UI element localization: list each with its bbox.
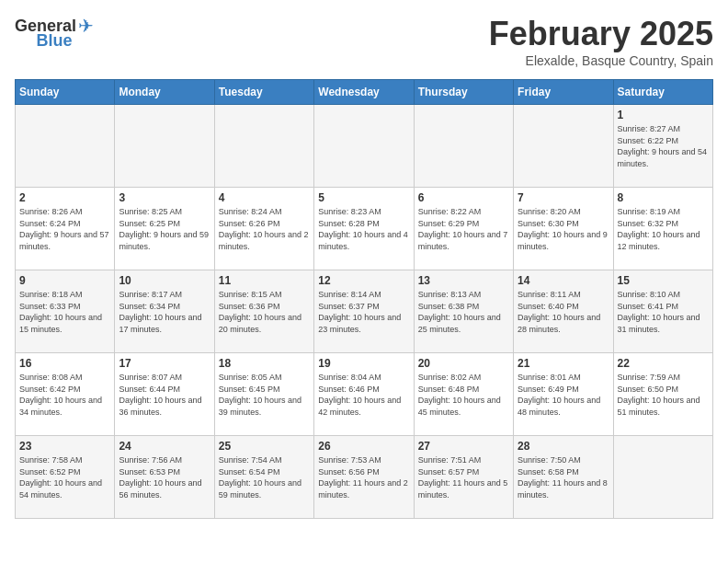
calendar-day-cell: 10Sunrise: 8:17 AM Sunset: 6:34 PM Dayli… [115,270,214,353]
calendar-day-cell [613,436,712,519]
day-content: Sunrise: 7:53 AM Sunset: 6:56 PM Dayligh… [318,454,409,500]
calendar-header-day: Tuesday [214,80,313,105]
day-content: Sunrise: 8:25 AM Sunset: 6:25 PM Dayligh… [119,206,210,252]
calendar-day-cell: 8Sunrise: 8:19 AM Sunset: 6:32 PM Daylig… [613,188,712,270]
calendar-day-cell [314,105,414,188]
day-content: Sunrise: 7:54 AM Sunset: 6:54 PM Dayligh… [219,454,310,500]
calendar-day-cell: 17Sunrise: 8:07 AM Sunset: 6:44 PM Dayli… [115,353,214,436]
calendar-header-day: Wednesday [314,80,414,105]
calendar-day-cell: 19Sunrise: 8:04 AM Sunset: 6:46 PM Dayli… [314,353,414,436]
day-number: 2 [19,191,110,204]
calendar-day-cell: 24Sunrise: 7:56 AM Sunset: 6:53 PM Dayli… [115,436,214,519]
day-number: 21 [518,357,609,370]
calendar-day-cell [514,105,613,188]
day-number: 25 [219,440,310,453]
day-number: 8 [618,191,709,204]
day-content: Sunrise: 8:19 AM Sunset: 6:32 PM Dayligh… [618,206,709,252]
day-content: Sunrise: 8:04 AM Sunset: 6:46 PM Dayligh… [318,372,409,418]
day-content: Sunrise: 8:24 AM Sunset: 6:26 PM Dayligh… [219,206,310,252]
day-number: 1 [618,109,709,121]
day-number: 14 [518,274,609,287]
calendar-day-cell: 26Sunrise: 7:53 AM Sunset: 6:56 PM Dayli… [314,436,414,519]
calendar-day-cell: 1Sunrise: 8:27 AM Sunset: 6:22 PM Daylig… [613,105,712,188]
day-number: 5 [318,191,409,204]
logo-bird-icon: ✈ [78,15,94,37]
calendar-day-cell: 12Sunrise: 8:14 AM Sunset: 6:37 PM Dayli… [314,270,414,353]
day-content: Sunrise: 8:27 AM Sunset: 6:22 PM Dayligh… [618,123,709,169]
day-number: 7 [518,191,609,204]
calendar-day-cell: 14Sunrise: 8:11 AM Sunset: 6:40 PM Dayli… [514,270,613,353]
day-content: Sunrise: 7:56 AM Sunset: 6:53 PM Dayligh… [119,454,210,500]
calendar-header-day: Monday [115,80,214,105]
calendar-day-cell: 20Sunrise: 8:02 AM Sunset: 6:48 PM Dayli… [414,353,513,436]
day-content: Sunrise: 7:51 AM Sunset: 6:57 PM Dayligh… [418,454,509,500]
day-number: 19 [318,357,409,370]
calendar-header-day: Friday [514,80,613,105]
day-number: 3 [119,191,210,204]
month-title: February 2025 [489,15,713,53]
calendar-day-cell: 27Sunrise: 7:51 AM Sunset: 6:57 PM Dayli… [414,436,513,519]
calendar-week-row: 23Sunrise: 7:58 AM Sunset: 6:52 PM Dayli… [16,436,713,519]
day-content: Sunrise: 8:05 AM Sunset: 6:45 PM Dayligh… [219,372,310,418]
calendar-day-cell: 2Sunrise: 8:26 AM Sunset: 6:24 PM Daylig… [16,188,115,270]
day-number: 28 [518,440,609,453]
day-number: 6 [418,191,509,204]
day-number: 11 [219,274,310,287]
calendar-day-cell: 18Sunrise: 8:05 AM Sunset: 6:45 PM Dayli… [214,353,313,436]
day-number: 26 [318,440,409,453]
day-content: Sunrise: 8:10 AM Sunset: 6:41 PM Dayligh… [618,289,709,335]
location-text: Elexalde, Basque Country, Spain [489,53,713,68]
calendar-table: SundayMondayTuesdayWednesdayThursdayFrid… [15,79,713,519]
day-number: 18 [219,357,310,370]
calendar-day-cell: 5Sunrise: 8:23 AM Sunset: 6:28 PM Daylig… [314,188,414,270]
logo-blue-text: Blue [37,31,73,51]
day-number: 27 [418,440,509,453]
day-content: Sunrise: 8:15 AM Sunset: 6:36 PM Dayligh… [219,289,310,335]
calendar-day-cell: 16Sunrise: 8:08 AM Sunset: 6:42 PM Dayli… [16,353,115,436]
calendar-day-cell [214,105,313,188]
logo: General ✈ Blue [15,15,94,51]
calendar-day-cell: 21Sunrise: 8:01 AM Sunset: 6:49 PM Dayli… [514,353,613,436]
day-number: 24 [119,440,210,453]
day-number: 12 [318,274,409,287]
day-number: 16 [19,357,110,370]
day-content: Sunrise: 8:08 AM Sunset: 6:42 PM Dayligh… [19,372,110,418]
day-content: Sunrise: 8:17 AM Sunset: 6:34 PM Dayligh… [119,289,210,335]
calendar-header-day: Sunday [16,80,115,105]
calendar-day-cell: 25Sunrise: 7:54 AM Sunset: 6:54 PM Dayli… [214,436,313,519]
calendar-day-cell: 9Sunrise: 8:18 AM Sunset: 6:33 PM Daylig… [16,270,115,353]
calendar-week-row: 16Sunrise: 8:08 AM Sunset: 6:42 PM Dayli… [16,353,713,436]
calendar-day-cell [414,105,513,188]
day-content: Sunrise: 8:20 AM Sunset: 6:30 PM Dayligh… [518,206,609,252]
day-number: 4 [219,191,310,204]
calendar-body: 1Sunrise: 8:27 AM Sunset: 6:22 PM Daylig… [16,105,713,519]
calendar-header-day: Saturday [613,80,712,105]
day-content: Sunrise: 8:07 AM Sunset: 6:44 PM Dayligh… [119,372,210,418]
calendar-header-day: Thursday [414,80,513,105]
calendar-day-cell: 6Sunrise: 8:22 AM Sunset: 6:29 PM Daylig… [414,188,513,270]
day-content: Sunrise: 8:01 AM Sunset: 6:49 PM Dayligh… [518,372,609,418]
day-content: Sunrise: 8:13 AM Sunset: 6:38 PM Dayligh… [418,289,509,335]
calendar-day-cell: 7Sunrise: 8:20 AM Sunset: 6:30 PM Daylig… [514,188,613,270]
day-content: Sunrise: 8:23 AM Sunset: 6:28 PM Dayligh… [318,206,409,252]
calendar-week-row: 1Sunrise: 8:27 AM Sunset: 6:22 PM Daylig… [16,105,713,188]
day-content: Sunrise: 8:22 AM Sunset: 6:29 PM Dayligh… [418,206,509,252]
day-number: 10 [119,274,210,287]
day-content: Sunrise: 8:26 AM Sunset: 6:24 PM Dayligh… [19,206,110,252]
day-content: Sunrise: 8:18 AM Sunset: 6:33 PM Dayligh… [19,289,110,335]
calendar-day-cell: 15Sunrise: 8:10 AM Sunset: 6:41 PM Dayli… [613,270,712,353]
day-number: 17 [119,357,210,370]
calendar-day-cell: 28Sunrise: 7:50 AM Sunset: 6:58 PM Dayli… [514,436,613,519]
page-header: General ✈ Blue February 2025 Elexalde, B… [15,15,713,68]
day-number: 23 [19,440,110,453]
calendar-day-cell [16,105,115,188]
day-number: 20 [418,357,509,370]
day-number: 15 [618,274,709,287]
calendar-week-row: 9Sunrise: 8:18 AM Sunset: 6:33 PM Daylig… [16,270,713,353]
day-number: 9 [19,274,110,287]
title-block: February 2025 Elexalde, Basque Country, … [489,15,713,68]
calendar-week-row: 2Sunrise: 8:26 AM Sunset: 6:24 PM Daylig… [16,188,713,270]
calendar-day-cell: 13Sunrise: 8:13 AM Sunset: 6:38 PM Dayli… [414,270,513,353]
calendar-day-cell: 22Sunrise: 7:59 AM Sunset: 6:50 PM Dayli… [613,353,712,436]
calendar-day-cell: 3Sunrise: 8:25 AM Sunset: 6:25 PM Daylig… [115,188,214,270]
